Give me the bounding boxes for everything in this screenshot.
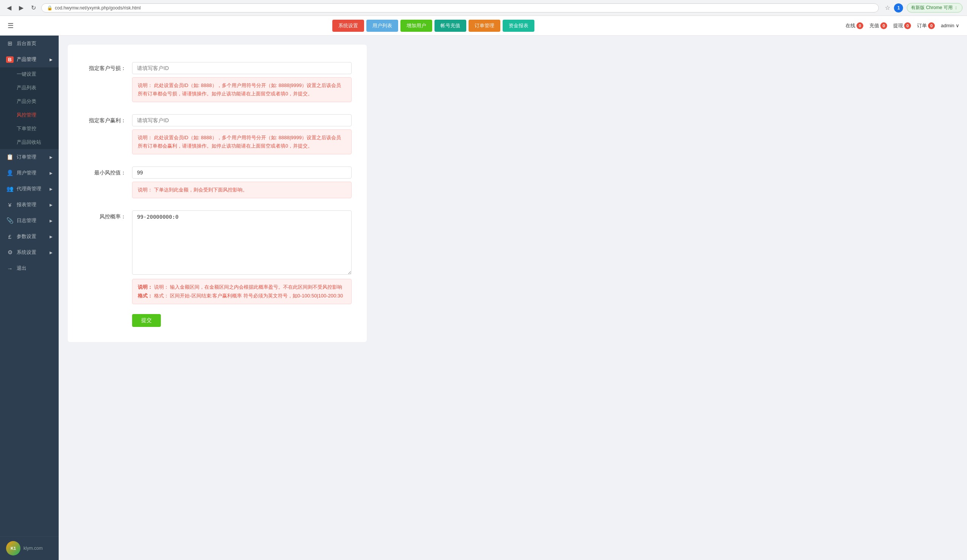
withdraw-badge: 0 xyxy=(904,22,911,29)
recharge-badge: 0 xyxy=(880,22,887,29)
system-arrow-icon: ▶ xyxy=(50,250,53,255)
nav-system-settings[interactable]: 系统设置 xyxy=(332,20,364,32)
form-row-risk-rate: 风控概率： 99-20000000:0 说明： 说明： 输入金额区间，在金额区间… xyxy=(83,204,351,310)
back-button[interactable]: ◀ xyxy=(5,3,14,12)
label-loss: 指定客户亏损： xyxy=(83,62,132,72)
browser-bar: ◀ ▶ ↻ 🔒 cod.hwymw.net/yxymk.php/goods/ri… xyxy=(0,0,967,16)
submit-button[interactable]: 提交 xyxy=(132,314,161,327)
status-recharge: 充值 0 xyxy=(870,22,887,29)
nav-user-list[interactable]: 用户列表 xyxy=(366,20,398,32)
orders-arrow-icon: ▶ xyxy=(50,155,53,159)
sidebar-logo: K1 klym.com xyxy=(0,536,59,560)
users-icon: 👤 xyxy=(6,170,14,176)
sidebar-label-system: 系统设置 xyxy=(17,249,36,256)
sidebar-label-reports: 报表管理 xyxy=(17,201,36,208)
reload-button[interactable]: ↻ xyxy=(29,3,38,12)
form-row-win: 指定客户赢利： 说明： 此处设置会员ID（如: 8888），多个用户用符号分开（… xyxy=(83,108,351,160)
field-win: 说明： 此处设置会员ID（如: 8888），多个用户用符号分开（如: 8888|… xyxy=(132,114,351,154)
app-topbar: ☰ 系统设置 用户列表 增加用户 帐号充值 订单管理 资金报表 在线 0 充值 … xyxy=(0,16,967,36)
agents-icon: 👥 xyxy=(6,185,14,192)
input-min-risk[interactable] xyxy=(132,166,351,179)
nav-add-user[interactable]: 增加用户 xyxy=(401,20,432,32)
sidebar-label-logs: 日志管理 xyxy=(17,217,36,224)
params-icon: £ xyxy=(6,234,14,240)
online-badge: 0 xyxy=(856,22,863,29)
order-badge: 0 xyxy=(928,22,935,29)
lock-icon: 🔒 xyxy=(47,5,53,11)
bookmark-button[interactable]: ☆ xyxy=(885,4,890,12)
sidebar-item-reports[interactable]: ¥ 报表管理 ▶ xyxy=(0,197,59,212)
input-loss[interactable] xyxy=(132,62,351,74)
users-arrow-icon: ▶ xyxy=(50,171,53,175)
input-win[interactable] xyxy=(132,114,351,126)
sidebar-item-logs[interactable]: 📎 日志管理 ▶ xyxy=(0,212,59,229)
nav-order-management[interactable]: 订单管理 xyxy=(469,20,500,32)
notice-risk-rate: 说明： 说明： 输入金额区间，在金额区间之内会根据此概率盈亏。不在此区间则不受风… xyxy=(132,279,351,304)
chrome-update-banner[interactable]: 有新版 Chrome 可用 ： xyxy=(907,3,962,13)
status-online: 在线 0 xyxy=(845,22,863,29)
content-area: 指定客户亏损： 说明： 此处设置会员ID（如: 8888），多个用户用符号分开（… xyxy=(59,36,967,560)
sidebar-item-logout[interactable]: → 退出 xyxy=(0,260,59,276)
sidebar-label-products: 产品管理 xyxy=(17,56,36,63)
submit-row: 提交 xyxy=(83,310,351,331)
reports-icon: ¥ xyxy=(6,202,14,208)
sidebar-label-logout: 退出 xyxy=(17,265,26,272)
notice-loss: 说明： 此处设置会员ID（如: 8888），多个用户用符号分开（如: 8888|… xyxy=(132,77,351,102)
reports-arrow-icon: ▶ xyxy=(50,203,53,207)
sidebar-item-agents[interactable]: 👥 代理商管理 ▶ xyxy=(0,181,59,197)
sidebar-item-product-list[interactable]: 产品列表 xyxy=(0,81,59,95)
browser-actions: ☆ 1 有新版 Chrome 可用 ： xyxy=(885,3,962,13)
sidebar-item-products[interactable]: B 产品管理 ▶ xyxy=(0,51,59,68)
products-arrow-icon: ▶ xyxy=(50,58,53,62)
forward-button[interactable]: ▶ xyxy=(17,3,26,12)
sidebar: ⊞ 后台首页 B 产品管理 ▶ 一键设置 产品列表 产品分类 风控管理 下单管控… xyxy=(0,36,59,560)
url-text: cod.hwymw.net/yxymk.php/goods/risk.html xyxy=(55,5,141,11)
label-win: 指定客户赢利： xyxy=(83,114,132,124)
notice-win: 说明： 此处设置会员ID（如: 8888），多个用户用符号分开（如: 8888|… xyxy=(132,129,351,154)
profile-circle[interactable]: 1 xyxy=(894,3,903,13)
sidebar-label-agents: 代理商管理 xyxy=(17,185,41,192)
form-card: 指定客户亏损： 说明： 此处设置会员ID（如: 8888），多个用户用符号分开（… xyxy=(68,44,367,342)
nav-account-recharge[interactable]: 帐号充值 xyxy=(434,20,466,32)
orders-icon: 📋 xyxy=(6,154,14,160)
sidebar-label-params: 参数设置 xyxy=(17,233,36,240)
sidebar-item-system[interactable]: ⚙ 系统设置 ▶ xyxy=(0,244,59,260)
sidebar-label-orders: 订单管理 xyxy=(17,154,36,160)
sidebar-sub-products: 一键设置 产品列表 产品分类 风控管理 下单管控 产品回收站 xyxy=(0,68,59,149)
nav-financial-report[interactable]: 资金报表 xyxy=(503,20,535,32)
address-bar[interactable]: 🔒 cod.hwymw.net/yxymk.php/goods/risk.htm… xyxy=(41,3,879,13)
sidebar-item-product-category[interactable]: 产品分类 xyxy=(0,95,59,108)
textarea-risk-rate[interactable]: 99-20000000:0 xyxy=(132,210,351,275)
sidebar-item-users[interactable]: 👤 用户管理 ▶ xyxy=(0,165,59,181)
form-row-loss: 指定客户亏损： 说明： 此处设置会员ID（如: 8888），多个用户用符号分开（… xyxy=(83,56,351,108)
sidebar-label-users: 用户管理 xyxy=(17,170,36,176)
form-row-min-risk: 最小风控值： 说明： 下单达到此金额，则会受到下面风控影响。 xyxy=(83,160,351,204)
sidebar-item-risk-control[interactable]: 风控管理 xyxy=(0,108,59,122)
dashboard-icon: ⊞ xyxy=(6,40,14,47)
menu-toggle-button[interactable]: ☰ xyxy=(8,21,14,30)
logs-icon: 📎 xyxy=(6,217,14,224)
main-layout: ⊞ 后台首页 B 产品管理 ▶ 一键设置 产品列表 产品分类 风控管理 下单管控… xyxy=(0,36,967,560)
agents-arrow-icon: ▶ xyxy=(50,187,53,191)
params-arrow-icon: ▶ xyxy=(50,235,53,239)
system-icon: ⚙ xyxy=(6,249,14,256)
sidebar-item-one-click-setup[interactable]: 一键设置 xyxy=(0,68,59,81)
logo-text: klym.com xyxy=(23,546,43,551)
admin-dropdown[interactable]: admin ∨ xyxy=(941,23,959,28)
logs-arrow-icon: ▶ xyxy=(50,219,53,223)
sidebar-item-product-recycle[interactable]: 产品回收站 xyxy=(0,135,59,149)
status-withdraw: 提现 0 xyxy=(893,22,911,29)
logout-icon: → xyxy=(6,265,14,272)
sidebar-item-order-control[interactable]: 下单管控 xyxy=(0,122,59,135)
sidebar-item-orders[interactable]: 📋 订单管理 ▶ xyxy=(0,149,59,165)
top-right-status: 在线 0 充值 0 提现 0 订单 0 admin ∨ xyxy=(845,22,959,29)
field-risk-rate: 99-20000000:0 说明： 说明： 输入金额区间，在金额区间之内会根据此… xyxy=(132,210,351,304)
field-loss: 说明： 此处设置会员ID（如: 8888），多个用户用符号分开（如: 8888|… xyxy=(132,62,351,102)
status-order: 订单 0 xyxy=(917,22,935,29)
nav-buttons: 系统设置 用户列表 增加用户 帐号充值 订单管理 资金报表 xyxy=(21,20,845,32)
logo-image: K1 xyxy=(6,541,20,555)
sidebar-item-params[interactable]: £ 参数设置 ▶ xyxy=(0,229,59,244)
field-min-risk: 说明： 下单达到此金额，则会受到下面风控影响。 xyxy=(132,166,351,198)
sidebar-item-dashboard[interactable]: ⊞ 后台首页 xyxy=(0,36,59,51)
sidebar-label-dashboard: 后台首页 xyxy=(17,40,36,47)
